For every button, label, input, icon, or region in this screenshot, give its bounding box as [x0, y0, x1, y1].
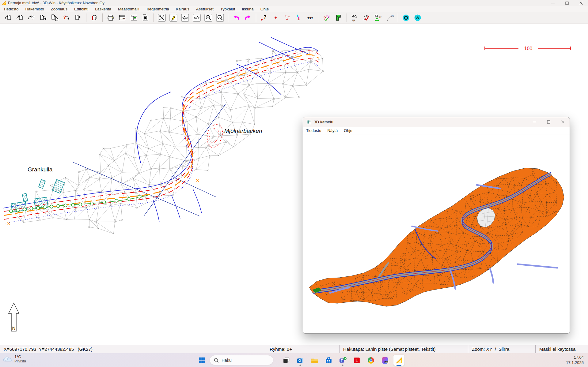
viewer3d-menu-tiedosto[interactable]: Tiedosto: [303, 128, 324, 133]
taskbar-app-l-app[interactable]: L: [351, 355, 362, 366]
triangle-model-button[interactable]: 12: [372, 13, 384, 23]
print-icon: [107, 14, 115, 22]
taskbar-app-3dwin[interactable]: [393, 355, 404, 366]
menu-zoomaus[interactable]: Zoomaus: [47, 7, 71, 11]
copy-pages-button[interactable]: [89, 13, 100, 23]
toolbar-separator: [398, 13, 398, 22]
menu-työkalut[interactable]: Työkalut: [217, 7, 238, 11]
zoom-extents-button[interactable]: [156, 13, 168, 23]
menu-laskenta[interactable]: Laskenta: [92, 7, 115, 11]
tool-o-button[interactable]: [400, 13, 412, 23]
open-file-alt-icon: [16, 14, 24, 22]
menu-tiedosto[interactable]: Tiedosto: [0, 7, 22, 11]
save-file-as-button[interactable]: [49, 13, 61, 23]
menu-hakemisto[interactable]: Hakemisto: [22, 7, 47, 11]
measure-angle-button[interactable]: ABα: [321, 13, 333, 23]
save-file-button[interactable]: [37, 13, 49, 23]
viewer3d-minimize-button[interactable]: [527, 117, 541, 127]
zoom-out-button[interactable]: [214, 13, 226, 23]
viewer3d-maximize-button[interactable]: [541, 117, 556, 127]
print-pattern-button[interactable]: [140, 13, 151, 23]
redo-icon: [244, 14, 252, 22]
print-button[interactable]: [105, 13, 116, 23]
tree-marker: [103, 201, 106, 204]
viewer3d-title-bar[interactable]: 3D katselu: [303, 117, 570, 127]
zoom-in-button[interactable]: [203, 13, 214, 23]
taskbar-app-teams[interactable]: T: [337, 355, 348, 366]
building: [39, 179, 45, 188]
check-points-button[interactable]: [361, 13, 372, 23]
copilot-icon: M365: [381, 356, 389, 365]
clock-widget[interactable]: 17.04 17.1.2025: [566, 355, 584, 365]
start-button[interactable]: [197, 356, 207, 365]
svg-text:T: T: [341, 359, 343, 362]
taskbar-app-outlook[interactable]: O: [295, 355, 306, 366]
add-points-button[interactable]: [282, 13, 293, 23]
open-pattern-file-button[interactable]: [26, 13, 37, 23]
line-numbering-button[interactable]: 21: [384, 13, 396, 23]
toolbar-separator: [256, 13, 256, 22]
viewer3d-view[interactable]: [303, 134, 570, 333]
print-layout-button[interactable]: [128, 13, 140, 23]
export-file-button[interactable]: [72, 13, 84, 23]
menu-tiegeometria[interactable]: Tiegeometria: [142, 7, 172, 11]
add-text-button[interactable]: TXT: [305, 13, 317, 23]
coordinate-tools-button[interactable]: xyz: [349, 13, 361, 23]
maximize-button[interactable]: [560, 0, 574, 6]
taskbar-app-store[interactable]: [323, 355, 334, 366]
search-box[interactable]: Haku: [210, 355, 273, 365]
viewer3d-window[interactable]: 3D katselu TiedostoNäytäOhje: [303, 117, 570, 334]
building: [22, 193, 28, 202]
add-query-point-button[interactable]: ?: [258, 13, 270, 23]
minimize-button[interactable]: [546, 0, 560, 6]
add-point-button[interactable]: [270, 13, 282, 23]
redo-button[interactable]: [242, 13, 254, 23]
menu-asetukset[interactable]: Asetukset: [193, 7, 217, 11]
zoom-out-icon: [216, 14, 224, 22]
print-pattern-icon: [142, 14, 150, 22]
viewer3d-menu-ohje[interactable]: Ohje: [341, 128, 355, 133]
measure-area-button[interactable]: m²: [333, 13, 344, 23]
explorer-icon: [310, 356, 319, 365]
windows-logo-icon: [198, 357, 206, 364]
menu-editointi[interactable]: Editointi: [71, 7, 92, 11]
status-segment-4: Maski ei käytössä: [536, 345, 588, 353]
save-query-button[interactable]: ?: [61, 13, 72, 23]
title-bar[interactable]: Pernaja.mm1.tdw* - 3D-Win - Käyttöoikeus…: [0, 0, 588, 6]
point-on-line-button[interactable]: [293, 13, 305, 23]
menu-maastomalli[interactable]: Maastomalli: [115, 7, 142, 11]
tool-w-button[interactable]: W: [412, 13, 423, 23]
menu-ohje[interactable]: Ohje: [257, 7, 272, 11]
menu-kairaus[interactable]: Kairaus: [173, 7, 193, 11]
toolbar-separator: [86, 13, 86, 22]
tree-marker: [71, 203, 74, 206]
view-next-button[interactable]: [191, 13, 203, 23]
zoom-pen-button[interactable]: [168, 13, 179, 23]
task-view-icon: [282, 356, 290, 365]
window-title: Pernaja.mm1.tdw* - 3D-Win - Käyttöoikeus…: [8, 1, 104, 5]
view-previous-button[interactable]: [179, 13, 191, 23]
taskbar-app-explorer[interactable]: [309, 355, 320, 366]
print-scale-button[interactable]: 1:50: [116, 13, 128, 23]
app-logo-icon: [2, 1, 6, 5]
viewer3d-close-button[interactable]: [556, 117, 570, 127]
open-file-alt-button[interactable]: [14, 13, 26, 23]
open-file-button[interactable]: [2, 13, 14, 23]
svg-text:?: ?: [264, 14, 267, 20]
taskbar-app-chrome[interactable]: [365, 355, 376, 366]
point-on-line-icon: [295, 14, 303, 22]
weather-widget[interactable]: 1°C Pilvistä: [3, 354, 26, 363]
taskbar-app-task-view[interactable]: [281, 355, 292, 366]
tree-marker: [79, 203, 82, 206]
chrome-icon: [367, 356, 375, 365]
undo-button[interactable]: [230, 13, 242, 23]
viewer3d-title: 3D katselu: [314, 120, 333, 124]
survey-line: [73, 162, 200, 216]
close-button[interactable]: [574, 0, 588, 6]
svg-text:m²: m²: [337, 15, 340, 17]
viewer3d-menu-näytä[interactable]: Näytä: [324, 128, 341, 133]
taskbar-app-copilot[interactable]: M365: [379, 355, 390, 366]
menu-ikkuna[interactable]: Ikkuna: [238, 7, 257, 11]
north-label: N: [12, 325, 16, 331]
zoom-pen-icon: [169, 14, 177, 22]
